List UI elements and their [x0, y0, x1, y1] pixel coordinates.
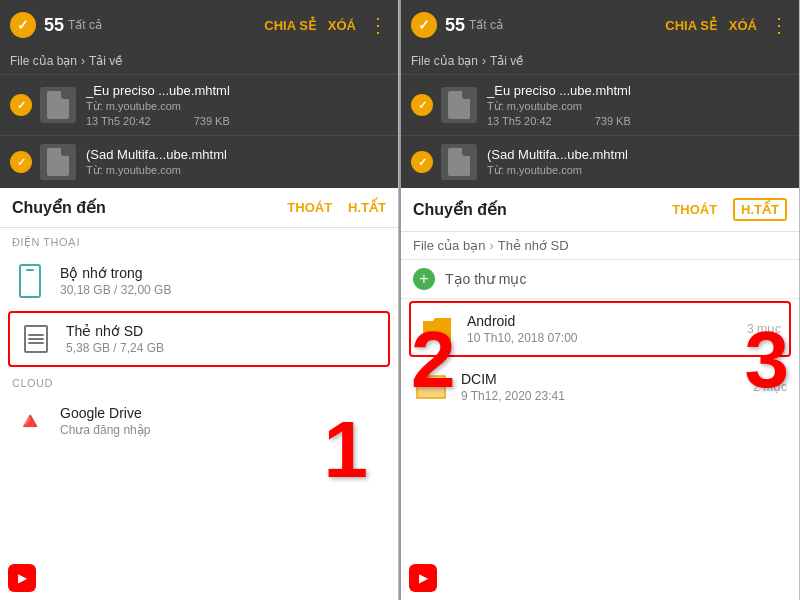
file-item-1-right[interactable]: _Eu preciso ...ube.mhtml Từ: m.youtube.c…	[401, 74, 799, 135]
file-date-1-left: 13 Th5 20:42 739 KB	[86, 115, 388, 127]
internal-storage-left[interactable]: Bộ nhớ trong 30,18 GB / 32,00 GB	[0, 253, 398, 309]
select-all-check-right[interactable]	[411, 12, 437, 38]
file-details-2-right: (Sad Multifa...ube.mhtml Từ: m.youtube.c…	[487, 147, 789, 177]
file-meta-1-left: Từ: m.youtube.com	[86, 100, 388, 113]
sd-card-name-left: Thẻ nhớ SD	[66, 323, 380, 339]
file-icon-inner-1-right	[448, 91, 470, 119]
file-source-1-left: Từ: m.youtube.com	[86, 100, 181, 112]
google-drive-left[interactable]: 🔺 Google Drive Chưa đăng nhập	[0, 393, 398, 449]
folder-icon-android-right	[419, 311, 455, 347]
file-date-1-right: 13 Th5 20:42 739 KB	[487, 115, 789, 127]
top-bar-left: 55 Tất cả CHIA SẺ XÓÁ ⋮	[0, 0, 398, 50]
new-folder-label-right[interactable]: Tạo thư mục	[445, 271, 526, 287]
delete-btn-left[interactable]: XÓÁ	[328, 18, 356, 33]
folder-name-dcim-right: DCIM	[461, 371, 753, 387]
internal-storage-space-left: 30,18 GB / 32,00 GB	[60, 283, 386, 297]
new-folder-plus-right[interactable]: +	[413, 268, 435, 290]
htat-btn-right[interactable]: H.TẤT	[733, 198, 787, 221]
htat-btn-left[interactable]: H.TẤT	[348, 200, 386, 215]
file-check-1-right[interactable]	[411, 94, 433, 116]
file-icon-1-right	[441, 87, 477, 123]
delete-btn-right[interactable]: XÓÁ	[729, 18, 757, 33]
sd-card-left[interactable]: Thẻ nhớ SD 5,38 GB / 7,24 GB	[8, 311, 390, 367]
folder-android-right[interactable]: Android 10 Th10, 2018 07:00 3 mục	[409, 301, 791, 357]
file-name-2-right: (Sad Multifa...ube.mhtml	[487, 147, 789, 162]
move-panel-right: Chuyển đến THOÁT H.TẤT File của bạn › Th…	[401, 188, 799, 600]
new-folder-row-right: + Tạo thư mục	[401, 260, 799, 299]
file-check-2-right[interactable]	[411, 151, 433, 173]
breadcrumb-root-right[interactable]: File của bạn	[411, 54, 478, 68]
folder-date-android-right: 10 Th10, 2018 07:00	[467, 331, 747, 345]
file-item-2-right[interactable]: (Sad Multifa...ube.mhtml Từ: m.youtube.c…	[401, 135, 799, 188]
more-btn-left[interactable]: ⋮	[368, 13, 388, 37]
folder-count-android-right: 3 mục	[747, 322, 781, 336]
file-name-1-right: _Eu preciso ...ube.mhtml	[487, 83, 789, 98]
breadcrumb-root-left[interactable]: File của bạn	[10, 54, 77, 68]
file-size-1-left: 739 KB	[194, 115, 230, 127]
file-icon-2-right	[441, 144, 477, 180]
sd-line-2-left	[28, 338, 44, 340]
sd-card-info-left: Thẻ nhớ SD 5,38 GB / 7,24 GB	[66, 323, 380, 355]
folder-svg-dcim-right	[415, 373, 447, 401]
move-panel-left: Chuyển đến THOÁT H.TẤT ĐIỆN THOẠI Bộ nhớ…	[0, 188, 398, 600]
move-header-left: Chuyển đến THOÁT H.TẤT	[0, 188, 398, 228]
file-source-1-right: Từ: m.youtube.com	[487, 100, 582, 112]
file-count-left: 55	[44, 15, 64, 36]
top-bar-right: 55 Tất cả CHIA SẺ XÓÁ ⋮	[401, 0, 799, 50]
move-header-right: Chuyển đến THOÁT H.TẤT	[401, 188, 799, 232]
top-bar-actions-left: CHIA SẺ XÓÁ ⋮	[264, 13, 388, 37]
breadcrumb-arrow-right: ›	[482, 54, 486, 68]
file-details-1-right: _Eu preciso ...ube.mhtml Từ: m.youtube.c…	[487, 83, 789, 127]
file-icon-inner-2-left	[47, 148, 69, 176]
internal-storage-name-left: Bộ nhớ trong	[60, 265, 386, 281]
cam-icon-right[interactable]	[409, 564, 437, 592]
file-size-1-right: 739 KB	[595, 115, 631, 127]
drive-space-left: Chưa đăng nhập	[60, 423, 386, 437]
file-icon-inner-1-left	[47, 91, 69, 119]
breadcrumb-top-right: File của bạn › Tải về	[401, 50, 799, 74]
file-details-2-left: (Sad Multifa...ube.mhtml Từ: m.youtube.c…	[86, 147, 388, 177]
share-btn-right[interactable]: CHIA SẺ	[665, 18, 717, 33]
file-check-2-left[interactable]	[10, 151, 32, 173]
file-check-1-left[interactable]	[10, 94, 32, 116]
file-source-2-left: Từ: m.youtube.com	[86, 164, 181, 176]
file-count-right: 55	[445, 15, 465, 36]
thoat-btn-right[interactable]: THOÁT	[672, 202, 717, 217]
drive-name-left: Google Drive	[60, 405, 386, 421]
folder-svg-android-right	[421, 315, 453, 343]
more-btn-right[interactable]: ⋮	[769, 13, 789, 37]
all-label-left: Tất cả	[68, 18, 264, 32]
section-cloud-left: CLOUD	[0, 369, 398, 393]
file-icon-inner-2-right	[448, 148, 470, 176]
file-item-2-left[interactable]: (Sad Multifa...ube.mhtml Từ: m.youtube.c…	[0, 135, 398, 188]
move-bc-current-right[interactable]: Thẻ nhớ SD	[498, 238, 569, 253]
drive-info-left: Google Drive Chưa đăng nhập	[60, 405, 386, 437]
file-list-left: _Eu preciso ...ube.mhtml Từ: m.youtube.c…	[0, 74, 398, 188]
folder-count-dcim-right: 2 mục	[753, 380, 787, 394]
all-label-right: Tất cả	[469, 18, 665, 32]
move-title-right: Chuyển đến	[413, 200, 656, 219]
file-details-1-left: _Eu preciso ...ube.mhtml Từ: m.youtube.c…	[86, 83, 388, 127]
select-all-check-left[interactable]	[10, 12, 36, 38]
folder-info-android-right: Android 10 Th10, 2018 07:00	[467, 313, 747, 345]
file-meta-2-left: Từ: m.youtube.com	[86, 164, 388, 177]
share-btn-left[interactable]: CHIA SẺ	[264, 18, 316, 33]
file-name-1-left: _Eu preciso ...ube.mhtml	[86, 83, 388, 98]
phone-icon-left	[12, 263, 48, 299]
folder-icon-dcim-right	[413, 369, 449, 405]
sd-line-3-left	[28, 342, 44, 344]
phone-icon-shape-left	[19, 264, 41, 298]
thoat-btn-left[interactable]: THOÁT	[287, 200, 332, 215]
panel-left: 55 Tất cả CHIA SẺ XÓÁ ⋮ File của bạn › T…	[0, 0, 399, 600]
breadcrumb-current-right[interactable]: Tải về	[490, 54, 523, 68]
file-item-1-left[interactable]: _Eu preciso ...ube.mhtml Từ: m.youtube.c…	[0, 74, 398, 135]
cam-icon-left[interactable]	[8, 564, 36, 592]
sd-icon-shape-left	[24, 325, 48, 353]
section-phone-left: ĐIỆN THOẠI	[0, 228, 398, 253]
file-icon-1-left	[40, 87, 76, 123]
folder-dcim-right[interactable]: DCIM 9 Th12, 2020 23:41 2 mục	[401, 359, 799, 415]
breadcrumb-current-left[interactable]: Tải về	[89, 54, 122, 68]
file-meta-1-right: Từ: m.youtube.com	[487, 100, 789, 113]
file-icon-2-left	[40, 144, 76, 180]
move-bc-root-right[interactable]: File của bạn	[413, 238, 485, 253]
